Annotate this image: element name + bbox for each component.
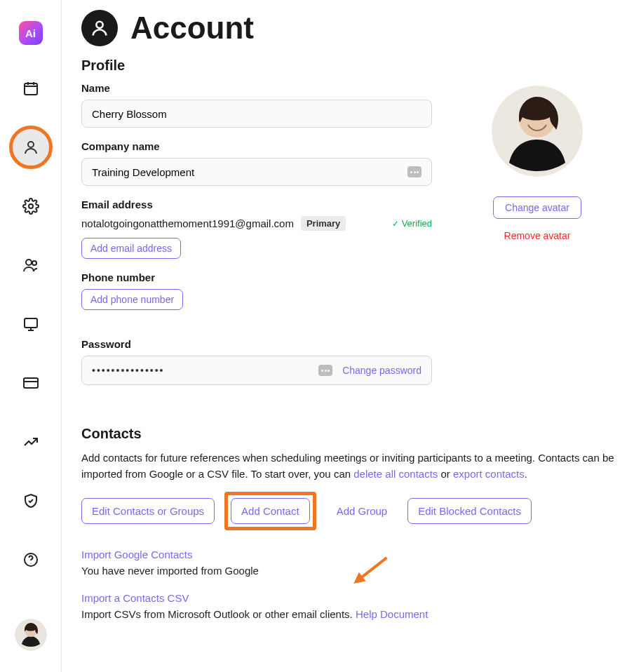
shield-icon <box>22 492 39 509</box>
add-contact-button[interactable]: Add Contact <box>231 498 310 524</box>
person-icon <box>90 18 109 38</box>
edit-blocked-contacts-button[interactable]: Edit Blocked Contacts <box>407 498 532 524</box>
tutorial-highlight-box: Add Contact <box>224 492 316 530</box>
phone-label: Phone number <box>81 271 432 283</box>
svg-point-1 <box>28 142 34 147</box>
svg-rect-6 <box>24 378 38 388</box>
add-email-button[interactable]: Add email address <box>81 238 181 259</box>
change-avatar-button[interactable]: Change avatar <box>493 196 581 219</box>
gear-icon <box>22 198 39 215</box>
profile-heading: Profile <box>81 58 432 74</box>
person-icon <box>22 139 39 156</box>
sidebar-user-avatar[interactable] <box>15 619 47 651</box>
svg-point-2 <box>29 204 33 208</box>
page-header: Account <box>81 10 621 46</box>
password-label: Password <box>81 338 432 350</box>
monitor-icon <box>22 316 39 332</box>
email-row: notalotgoingonatthemoment1991@gmail.com … <box>81 216 432 231</box>
svg-line-14 <box>359 558 386 579</box>
contacts-section: Contacts Add contacts for future referen… <box>81 426 621 620</box>
company-label: Company name <box>81 140 432 152</box>
app-logo-text: Ai <box>25 27 36 39</box>
sidebar-item-billing[interactable] <box>11 363 50 403</box>
remove-avatar-link[interactable]: Remove avatar <box>504 230 571 241</box>
password-more-icon[interactable] <box>318 365 332 376</box>
export-contacts-link[interactable]: export contacts <box>453 468 525 480</box>
trend-up-icon <box>22 434 39 450</box>
company-more-icon[interactable] <box>407 166 421 177</box>
sidebar-item-settings[interactable] <box>11 187 50 226</box>
calendar-icon <box>22 80 39 97</box>
edit-contacts-groups-button[interactable]: Edit Contacts or Groups <box>81 498 215 524</box>
add-phone-button[interactable]: Add phone number <box>81 289 183 310</box>
avatar-image-icon <box>492 86 583 177</box>
password-row: ••••••••••••••• Change password <box>81 356 432 385</box>
sidebar-item-security[interactable] <box>11 481 50 520</box>
page-title-icon-wrap <box>81 10 118 46</box>
help-document-link[interactable]: Help Document <box>356 608 428 620</box>
sidebar-item-calendar[interactable] <box>11 69 50 108</box>
svg-rect-5 <box>25 318 37 328</box>
import-csv-block: Import a Contacts CSV Import CSVs from M… <box>81 592 621 620</box>
import-google-contacts-link[interactable]: Import Google Contacts <box>81 549 192 560</box>
sidebar: Ai <box>0 0 62 672</box>
contacts-buttons-row: Edit Contacts or Groups Add Contact Add … <box>81 492 621 530</box>
contacts-desc-text: Add contacts for future references when … <box>81 452 614 480</box>
people-icon <box>22 257 39 274</box>
name-label: Name <box>81 82 432 94</box>
password-masked: ••••••••••••••• <box>92 365 309 376</box>
company-input-wrap[interactable] <box>81 158 432 186</box>
app-logo[interactable]: Ai <box>19 21 43 45</box>
svg-point-3 <box>26 260 32 265</box>
main-content: Account Profile Name Company name <box>62 0 641 672</box>
help-circle-icon <box>22 551 39 568</box>
email-verified-badge: Verified <box>392 218 432 229</box>
svg-point-4 <box>32 261 36 265</box>
email-primary-badge: Primary <box>301 216 346 231</box>
import-csv-link[interactable]: Import a Contacts CSV <box>81 592 189 604</box>
contacts-heading: Contacts <box>81 426 621 442</box>
svg-point-8 <box>30 563 31 563</box>
sidebar-item-growth[interactable] <box>11 422 50 462</box>
import-csv-desc: Import CSVs from Microsoft Outlook or ot… <box>81 608 621 620</box>
change-password-link[interactable]: Change password <box>342 365 421 376</box>
svg-rect-0 <box>25 83 37 95</box>
email-label: Email address <box>81 199 432 210</box>
sidebar-item-help[interactable] <box>11 540 50 579</box>
profile-avatar <box>492 86 583 177</box>
contacts-period: . <box>525 468 527 480</box>
avatar-image-icon <box>15 619 47 651</box>
page-title: Account <box>130 11 254 46</box>
delete-all-contacts-link[interactable]: delete all contacts <box>353 468 438 480</box>
credit-card-icon <box>22 375 39 391</box>
name-input-wrap[interactable] <box>81 100 432 128</box>
sidebar-nav <box>11 69 50 579</box>
name-input[interactable] <box>92 108 421 120</box>
contacts-description: Add contacts for future references when … <box>81 450 621 482</box>
svg-point-11 <box>96 22 102 28</box>
add-group-button[interactable]: Add Group <box>326 498 398 524</box>
sidebar-item-display[interactable] <box>11 304 50 344</box>
email-value: notalotgoingonatthemoment1991@gmail.com <box>81 217 294 229</box>
sidebar-item-people[interactable] <box>11 246 50 285</box>
sidebar-item-account[interactable] <box>11 128 50 167</box>
contacts-or-text: or <box>441 468 454 480</box>
company-input[interactable] <box>92 166 407 178</box>
import-csv-text: Import CSVs from Microsoft Outlook or ot… <box>81 608 356 620</box>
